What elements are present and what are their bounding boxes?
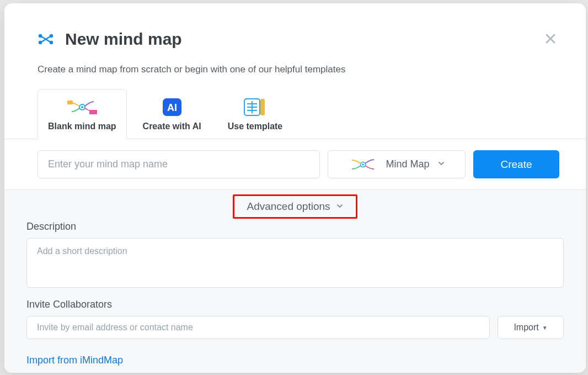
new-mind-map-modal: New mind map Create a mind map from scra… [4, 3, 586, 373]
close-button[interactable] [542, 30, 559, 47]
tab-label: Use template [228, 122, 283, 131]
invite-label: Invite Collaborators [26, 299, 564, 310]
chevron-down-icon [336, 200, 344, 213]
chevron-down-icon [437, 160, 445, 170]
svg-rect-6 [67, 101, 73, 104]
tab-blank-mind-map[interactable]: Blank mind map [38, 89, 127, 139]
mind-map-name-input[interactable] [38, 150, 320, 178]
invite-input[interactable] [26, 316, 490, 339]
map-type-label: Mind Map [386, 159, 429, 170]
svg-point-5 [81, 106, 83, 108]
tab-label: Blank mind map [48, 122, 116, 131]
logo-icon [38, 33, 54, 46]
map-type-select[interactable]: Mind Map [328, 150, 466, 178]
tabs: Blank mind map AI Create with AI [4, 88, 586, 139]
svg-text:AI: AI [167, 102, 177, 113]
import-button-label: Import [514, 323, 538, 332]
tab-label: Create with AI [143, 122, 201, 131]
svg-rect-15 [260, 99, 265, 115]
close-icon [544, 32, 557, 45]
description-input[interactable] [26, 238, 564, 288]
mind-map-icon [67, 97, 97, 117]
ai-icon: AI [157, 97, 187, 117]
import-from-imindmap-link[interactable]: Import from iMindMap [26, 355, 564, 366]
caret-down-icon: ▼ [542, 325, 548, 331]
template-icon [240, 97, 270, 117]
mind-map-color-icon [348, 156, 378, 173]
svg-point-17 [362, 163, 365, 166]
modal-subtitle: Create a mind map from scratch or begin … [38, 64, 559, 75]
create-form-row: Mind Map Create [4, 139, 586, 190]
modal-title: New mind map [65, 30, 182, 49]
description-label: Description [26, 221, 564, 233]
advanced-options-toggle[interactable]: Advanced options [233, 194, 357, 219]
tab-use-template[interactable]: Use template [217, 89, 293, 139]
tab-create-with-ai[interactable]: AI Create with AI [132, 89, 212, 139]
advanced-section: Advanced options Description Invite Coll… [4, 190, 586, 373]
advanced-options-label: Advanced options [247, 200, 330, 213]
modal-header: New mind map Create a mind map from scra… [4, 3, 586, 75]
import-button[interactable]: Import ▼ [498, 316, 564, 339]
create-button[interactable]: Create [473, 150, 559, 178]
svg-rect-7 [89, 110, 97, 114]
